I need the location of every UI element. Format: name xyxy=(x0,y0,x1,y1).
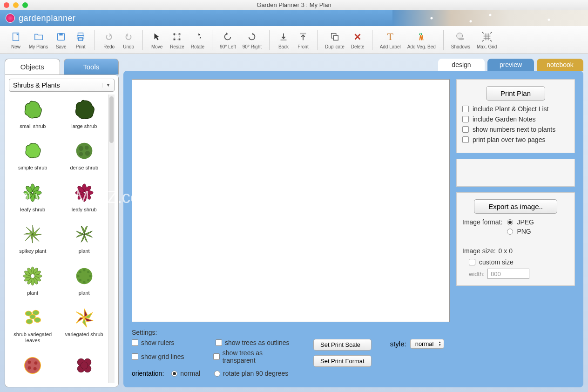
svg-point-19 xyxy=(79,146,83,151)
object-item[interactable]: small shrub xyxy=(9,95,57,134)
svg-point-17 xyxy=(459,38,465,41)
style-select[interactable]: normal xyxy=(410,339,445,349)
plant-icon xyxy=(71,180,97,206)
category-dropdown[interactable]: Shrubs & Plants xyxy=(9,79,115,92)
format-jpeg-radio[interactable] xyxy=(507,219,513,225)
delete-button[interactable]: Delete xyxy=(349,29,366,50)
plant-icon xyxy=(20,263,46,289)
rotate-right-button[interactable]: 90° Right xyxy=(241,29,264,50)
svg-point-56 xyxy=(83,269,85,271)
include-plant-list-checkbox[interactable] xyxy=(462,106,469,112)
show-grid-checkbox[interactable] xyxy=(132,353,138,360)
svg-rect-13 xyxy=(300,33,306,34)
add-veg-bed-button[interactable]: Add Veg. Bed xyxy=(406,29,438,50)
print-plan-button[interactable]: Print Plan xyxy=(486,86,545,101)
tab-preview[interactable]: preview xyxy=(487,59,534,71)
add-label-button[interactable]: TAdd Label xyxy=(378,29,403,50)
show-numbers-checkbox[interactable] xyxy=(462,126,469,133)
include-notes-checkbox[interactable] xyxy=(462,116,469,122)
export-panel: Export as image.. Image format: JPEG PNG… xyxy=(456,192,575,286)
width-input[interactable] xyxy=(487,269,529,279)
object-label: dense shrub xyxy=(70,165,98,171)
object-item[interactable]: plant xyxy=(9,261,57,301)
new-button[interactable]: New xyxy=(7,29,24,50)
window-title: Garden Planner 3 : My Plan xyxy=(0,1,588,8)
orientation-normal-radio[interactable] xyxy=(171,371,177,377)
format-png-radio[interactable] xyxy=(507,229,513,235)
object-item[interactable]: spikey plant xyxy=(9,219,57,259)
svg-point-18 xyxy=(76,143,92,159)
send-back-button[interactable]: Back xyxy=(275,29,292,50)
plant-icon xyxy=(20,304,46,331)
resize-button[interactable]: Resize xyxy=(168,29,186,50)
plant-icon xyxy=(20,221,46,247)
object-item[interactable]: large shrub xyxy=(61,95,108,134)
svg-rect-12 xyxy=(281,40,287,41)
object-item[interactable] xyxy=(9,351,57,383)
svg-rect-0 xyxy=(13,33,19,41)
move-button[interactable]: Move xyxy=(149,29,165,50)
svg-point-22 xyxy=(79,152,83,156)
svg-point-69 xyxy=(28,366,31,369)
object-item[interactable]: plant xyxy=(61,219,108,259)
max-grid-button[interactable]: Max. Grid xyxy=(475,29,499,50)
svg-point-20 xyxy=(85,146,89,150)
object-item[interactable]: leafy shrub xyxy=(9,178,57,217)
object-label: plant xyxy=(27,290,38,296)
plant-icon xyxy=(20,138,46,164)
orientation-rotate-radio[interactable] xyxy=(214,371,220,377)
two-pages-checkbox[interactable] xyxy=(462,136,469,143)
set-print-format-button[interactable]: Set Print Format xyxy=(313,355,372,367)
settings-panel: Settings: show rulers show trees as outl… xyxy=(132,327,450,379)
svg-rect-3 xyxy=(78,33,83,36)
plant-icon xyxy=(71,138,97,164)
object-label: simple shrub xyxy=(18,165,47,171)
object-item[interactable]: plant xyxy=(61,261,108,301)
trees-outlines-checkbox[interactable] xyxy=(216,339,222,346)
object-item[interactable]: variegated shrub xyxy=(61,303,108,349)
shadows-button[interactable]: Shadows xyxy=(449,29,472,50)
redo-button[interactable]: Redo xyxy=(101,29,117,50)
rotate-left-button[interactable]: 90° Left xyxy=(218,29,238,50)
svg-point-63 xyxy=(26,319,33,324)
rotate-button[interactable]: Rotate xyxy=(189,29,206,50)
plant-icon xyxy=(71,304,97,331)
object-item[interactable]: leafy shrub xyxy=(61,178,108,217)
set-print-scale-button[interactable]: Set Print Scale xyxy=(313,339,372,351)
svg-point-67 xyxy=(34,361,38,365)
plant-icon xyxy=(20,180,46,206)
duplicate-button[interactable]: Duplicate xyxy=(323,29,346,50)
tab-notebook[interactable]: notebook xyxy=(537,59,583,71)
svg-point-57 xyxy=(89,275,91,277)
undo-button[interactable]: Undo xyxy=(120,29,137,50)
export-image-button[interactable]: Export as image.. xyxy=(474,199,557,214)
show-rulers-checkbox[interactable] xyxy=(132,339,138,346)
object-item[interactable]: simple shrub xyxy=(9,136,57,176)
object-item[interactable]: dense shrub xyxy=(61,136,108,176)
object-label: variegated shrub xyxy=(65,331,103,338)
object-label: shrub variegated leaves xyxy=(9,331,57,344)
image-size-value: 0 x 0 xyxy=(499,247,513,255)
tab-tools[interactable]: Tools xyxy=(64,59,119,74)
plant-icon xyxy=(71,263,97,289)
app-logo-icon xyxy=(6,14,15,23)
object-scrollbar[interactable] xyxy=(108,95,115,383)
object-label: small shrub xyxy=(20,123,46,129)
plant-icon xyxy=(71,96,97,122)
my-plans-button[interactable]: My Plans xyxy=(27,29,50,50)
save-button[interactable]: Save xyxy=(53,29,69,50)
bring-front-button[interactable]: Front xyxy=(295,29,311,50)
custom-size-checkbox[interactable] xyxy=(469,259,475,265)
object-label: plant xyxy=(79,248,90,254)
print-panel: Print Plan include Plant & Object List i… xyxy=(456,79,575,153)
trees-transparent-checkbox[interactable] xyxy=(213,353,220,360)
object-label: leafy shrub xyxy=(72,207,97,213)
settings-title: Settings: xyxy=(132,329,450,336)
tab-objects[interactable]: Objects xyxy=(5,59,60,74)
tab-design[interactable]: design xyxy=(438,59,485,71)
preview-canvas xyxy=(132,79,450,322)
object-item[interactable]: shrub variegated leaves xyxy=(9,303,57,349)
brand-bar: gardenplanner xyxy=(0,10,588,26)
print-button[interactable]: Print xyxy=(72,29,89,50)
object-item[interactable] xyxy=(61,351,108,383)
